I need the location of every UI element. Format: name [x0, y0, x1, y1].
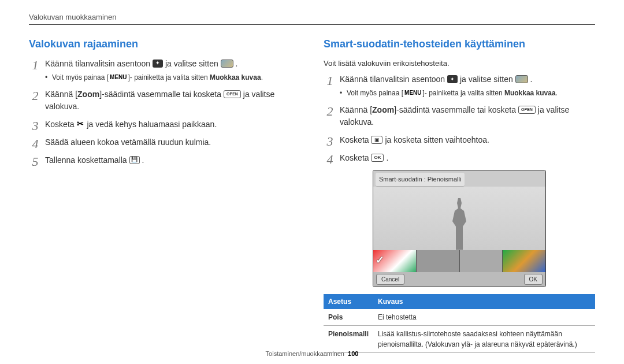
screen-body	[373, 187, 545, 250]
table-header-setting: Asetus	[324, 294, 373, 309]
left-step-2: 2 Käännä [Zoom]-säädintä vasemmalle tai …	[29, 88, 300, 113]
person-silhouette-icon	[448, 198, 471, 250]
thumb	[460, 250, 503, 272]
right-heading: Smart-suodatin-tehosteiden käyttäminen	[324, 36, 595, 52]
left-step-5: 5 Tallenna koskettamalla 💾 .	[29, 154, 300, 166]
step-text: Kosketa	[340, 135, 371, 144]
step-text: Käännä [	[340, 105, 372, 114]
step-number: 2	[324, 102, 336, 121]
step-text: ]-säädintä vasemmalle tai kosketa	[99, 90, 224, 99]
mode-dial-icon: ✦	[153, 60, 163, 68]
right-steps: 1 Käännä tilanvalitsin asentoon ✦ ja val…	[324, 73, 595, 164]
sub-text: .	[261, 73, 263, 81]
step-text: Käännä [	[45, 90, 77, 99]
divider	[29, 24, 595, 25]
step-text: .	[142, 155, 144, 165]
right-step-1-sub: Voit myös painaa [MENU]- painiketta ja v…	[340, 88, 595, 98]
step-text: Käännä tilanvalitsin asentoon	[45, 59, 153, 68]
step-text: ja vedä kehys haluamaasi paikkaan.	[87, 120, 217, 129]
options-table: Asetus Kuvaus Pois Ei tehostetta Pienois…	[324, 294, 595, 353]
step-text: ]-säädintä vasemmalle tai kosketa	[394, 105, 518, 114]
filter-thumbnails	[373, 250, 545, 272]
edit-picture-icon	[515, 75, 528, 83]
left-steps: 1 Käännä tilanvalitsin asentoon ✦ ja val…	[29, 58, 300, 166]
edit-picture-icon	[221, 60, 233, 68]
sub-bold: Muokkaa kuvaa	[504, 89, 556, 97]
menu-button-icon: MENU	[403, 88, 422, 97]
right-step-4: 4 Kosketa OK .	[324, 152, 595, 164]
step-text: ja valitse sitten	[165, 59, 221, 68]
step-number: 1	[324, 71, 336, 90]
footer-section: Toistaminen/muokkaaminen	[266, 350, 344, 357]
step-text: Käännä tilanvalitsin asentoon	[340, 75, 447, 84]
sub-text: Voit myös painaa [	[52, 73, 109, 81]
right-step-2: 2 Käännä [Zoom]-säädintä vasemmalle tai …	[324, 104, 595, 128]
mode-dial-icon: ✦	[447, 75, 458, 83]
save-icon: 💾	[129, 156, 140, 164]
screen-cancel-button: Cancel	[376, 274, 404, 285]
ok-button-icon: OK	[371, 154, 384, 162]
right-step-1: 1 Käännä tilanvalitsin asentoon ✦ ja val…	[324, 73, 595, 98]
sub-text: ]- painiketta ja valita sitten	[128, 73, 210, 81]
left-column: Valokuvan rajaaminen 1 Käännä tilanvalit…	[29, 36, 300, 353]
open-button-icon: OPEN	[224, 90, 241, 98]
right-column: Smart-suodatin-tehosteiden käyttäminen V…	[324, 36, 595, 353]
page-footer: Toistaminen/muokkaaminen 100	[0, 349, 624, 359]
step-number: 3	[324, 132, 336, 151]
step-number: 5	[29, 152, 42, 171]
filter-preview-screenshot: Smart-suodatin : Pienoismalli Cancel OK	[373, 170, 546, 287]
crop-icon: ✂	[76, 120, 84, 128]
step-text: Kosketa	[45, 120, 76, 129]
table-header-desc: Kuvaus	[373, 294, 595, 309]
screen-title: Smart-suodatin : Pienoismalli	[376, 173, 465, 187]
step-text: .	[236, 59, 238, 68]
step-text: .	[386, 153, 388, 162]
thumb-selected	[373, 250, 417, 272]
sub-text: Voit myös painaa [	[347, 89, 403, 97]
left-step-4: 4 Säädä alueen kokoa vetämällä ruudun ku…	[29, 136, 300, 148]
screen-footer: Cancel OK	[373, 272, 545, 287]
zoom-label: Zoom	[77, 90, 99, 99]
open-button-icon: OPEN	[518, 106, 536, 114]
option-desc: Ei tehostetta	[373, 309, 595, 326]
thumb	[503, 250, 545, 272]
step-number: 1	[29, 55, 42, 75]
step-number: 4	[29, 134, 42, 153]
step-text: Tallenna koskettamalla	[45, 155, 129, 165]
page-number: 100	[348, 350, 358, 357]
content-columns: Valokuvan rajaaminen 1 Käännä tilanvalit…	[29, 36, 595, 353]
zoom-label: Zoom	[372, 105, 394, 114]
left-step-1: 1 Käännä tilanvalitsin asentoon ✦ ja val…	[29, 58, 300, 83]
step-text: .	[530, 75, 533, 84]
sub-text: ]- painiketta ja valita sitten	[423, 89, 504, 97]
left-heading: Valokuvan rajaaminen	[29, 36, 300, 52]
step-number: 4	[324, 150, 336, 169]
sub-text: .	[556, 89, 558, 97]
sub-bold: Muokkaa kuvaa	[210, 73, 261, 81]
left-step-3: 3 Kosketa ✂ ja vedä kehys haluamaasi pai…	[29, 118, 300, 131]
option-name: Pois	[324, 309, 373, 326]
step-text: ja kosketa sitten vaihtoehtoa.	[385, 135, 489, 144]
step-text: Kosketa	[340, 153, 371, 162]
thumb	[417, 250, 460, 272]
step-text: Säädä alueen kokoa vetämällä ruudun kulm…	[45, 138, 211, 147]
right-intro: Voit lisätä valokuviin erikoistehosteita…	[324, 58, 595, 69]
step-text: ja valitse sitten	[460, 75, 515, 84]
menu-button-icon: MENU	[109, 73, 128, 81]
screen-ok-button: OK	[524, 274, 543, 285]
right-step-3: 3 Kosketa ▣ ja kosketa sitten vaihtoehto…	[324, 134, 595, 146]
left-step-1-sub: Voit myös painaa [MENU]- painiketta ja v…	[45, 72, 300, 83]
table-row: Pois Ei tehostetta	[324, 309, 595, 326]
step-number: 3	[29, 116, 42, 135]
breadcrumb: Valokuvan muokkaaminen	[29, 12, 595, 23]
step-number: 2	[29, 86, 42, 105]
filter-icon: ▣	[371, 136, 382, 144]
